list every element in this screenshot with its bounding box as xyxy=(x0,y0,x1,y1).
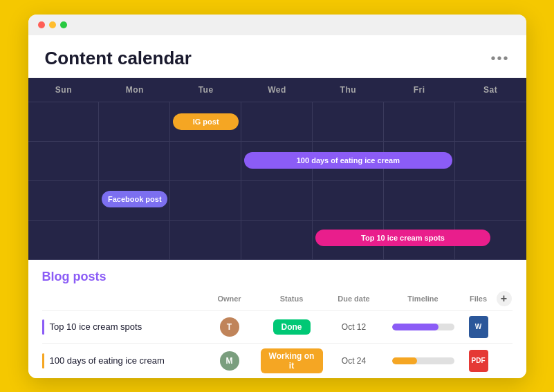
files-1: W xyxy=(461,316,496,338)
cal-cell[interactable] xyxy=(28,102,100,141)
blog-post-title-2: 100 days of eating ice cream xyxy=(50,355,165,366)
cal-cell[interactable] xyxy=(170,181,241,220)
timeline-bar-2 xyxy=(392,357,417,364)
cal-cell[interactable] xyxy=(241,181,313,220)
owner-2: M xyxy=(198,351,261,371)
cal-cell[interactable] xyxy=(28,142,100,180)
day-header-tue: Tue xyxy=(170,78,241,102)
cal-cell[interactable] xyxy=(170,102,241,141)
row-bar-1 xyxy=(42,319,44,335)
cal-cell[interactable] xyxy=(313,221,384,259)
cal-cell[interactable] xyxy=(170,142,241,180)
day-header-sun: Sun xyxy=(28,78,100,102)
browser-titlebar xyxy=(28,15,526,35)
blog-table-header: Owner Status Due date Timeline Files + xyxy=(42,291,513,310)
col-header-add: + xyxy=(496,291,513,306)
cal-cell[interactable] xyxy=(455,142,526,180)
cal-cell[interactable] xyxy=(99,181,170,220)
page-title: Content calendar xyxy=(45,48,192,69)
cal-cell[interactable] xyxy=(455,102,526,141)
due-date-2: Oct 24 xyxy=(342,356,366,366)
blog-post-title-1: Top 10 ice cream spots xyxy=(50,321,142,332)
col-header-status: Status xyxy=(261,291,323,306)
calendar-day-headers: Sun Mon Tue Wed Thu Fri Sat xyxy=(28,78,526,102)
day-header-wed: Wed xyxy=(241,78,313,102)
cal-cell[interactable] xyxy=(241,142,313,180)
cal-row-1 xyxy=(28,102,526,142)
due-date-1: Oct 12 xyxy=(342,322,366,332)
day-header-fri: Fri xyxy=(384,78,455,102)
calendar: Sun Mon Tue Wed Thu Fri Sat xyxy=(28,78,526,260)
cal-cell[interactable] xyxy=(28,181,100,220)
row-bar-2 xyxy=(42,353,44,368)
cal-cell[interactable] xyxy=(241,221,313,259)
calendar-body: IG post 100 days of eating ice cream Fac… xyxy=(28,102,526,260)
owner-1: T xyxy=(198,317,261,337)
status-badge-1[interactable]: Done xyxy=(273,319,311,335)
cal-cell[interactable] xyxy=(384,142,455,180)
cal-cell[interactable] xyxy=(241,102,313,141)
cal-cell[interactable] xyxy=(384,102,455,141)
file-badge-2[interactable]: PDF xyxy=(469,350,488,372)
col-header-owner: Owner xyxy=(198,291,261,306)
cal-row-4 xyxy=(28,221,526,260)
timeline-bar-container-1 xyxy=(392,324,454,330)
timeline-bar-1 xyxy=(392,324,439,330)
avatar-2: M xyxy=(220,351,239,371)
cal-cell[interactable] xyxy=(28,221,100,259)
files-2: PDF xyxy=(461,350,496,372)
file-badge-1[interactable]: W xyxy=(469,316,488,338)
status-1[interactable]: Done xyxy=(261,319,323,335)
add-column-button[interactable]: + xyxy=(497,291,512,306)
avatar-1: T xyxy=(220,317,239,337)
dot-red[interactable] xyxy=(38,21,45,28)
cal-cell[interactable] xyxy=(384,181,455,220)
cal-cell[interactable] xyxy=(313,181,384,220)
dot-yellow[interactable] xyxy=(49,21,56,28)
cal-cell[interactable] xyxy=(99,142,170,180)
app-header: Content calendar ••• xyxy=(28,35,526,78)
table-row: 100 days of eating ice cream M Working o… xyxy=(42,343,513,378)
blog-row-name-1: Top 10 ice cream spots xyxy=(42,319,198,335)
day-header-sat: Sat xyxy=(455,78,526,102)
cal-row-2 xyxy=(28,142,526,181)
dot-green[interactable] xyxy=(60,21,67,28)
blog-section-title: Blog posts xyxy=(42,270,513,284)
status-badge-2[interactable]: Working on it xyxy=(261,348,323,373)
cal-cell[interactable] xyxy=(99,221,170,259)
duedate-2: Oct 24 xyxy=(323,356,385,366)
table-row: Top 10 ice cream spots T Done Oct 12 W xyxy=(42,310,513,343)
day-header-thu: Thu xyxy=(313,78,384,102)
timeline-2 xyxy=(385,357,461,364)
cal-cell[interactable] xyxy=(313,102,384,141)
col-header-timeline: Timeline xyxy=(385,291,461,306)
col-header-duedate: Due date xyxy=(323,291,385,306)
cal-cell[interactable] xyxy=(170,221,241,259)
timeline-bar-container-2 xyxy=(392,357,454,364)
cal-row-3 xyxy=(28,181,526,221)
cal-cell[interactable] xyxy=(99,102,170,141)
cal-cell[interactable] xyxy=(384,221,455,259)
timeline-1 xyxy=(385,324,461,330)
day-header-mon: Mon xyxy=(99,78,170,102)
cal-cell[interactable] xyxy=(455,181,526,220)
blog-row-name-2: 100 days of eating ice cream xyxy=(42,353,198,368)
blog-section: Blog posts Owner Status Due date Timelin… xyxy=(28,260,526,378)
cal-cell[interactable] xyxy=(313,142,384,180)
duedate-1: Oct 12 xyxy=(323,322,385,332)
browser-window: Content calendar ••• Sun Mon Tue Wed Thu… xyxy=(28,15,526,378)
col-header-files: Files xyxy=(461,291,496,306)
col-header-name xyxy=(50,291,198,306)
more-options-icon[interactable]: ••• xyxy=(490,50,509,66)
cal-cell[interactable] xyxy=(455,221,526,259)
status-2[interactable]: Working on it xyxy=(261,348,323,373)
